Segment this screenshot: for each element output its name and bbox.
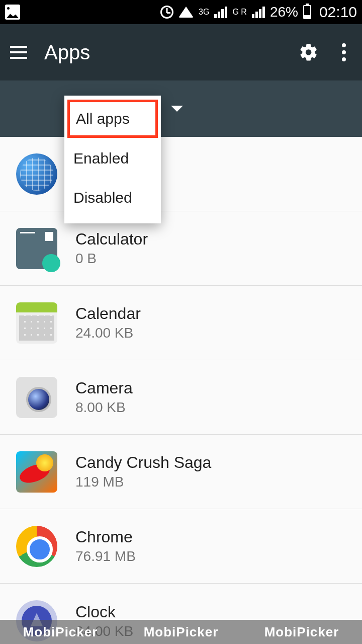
network1-label: 3G [199,8,209,17]
list-item[interactable]: Calculator 0 B [0,211,362,286]
watermark-text: MobiPicker [264,624,339,640]
image-notification-icon [5,5,20,20]
battery-percent: 26% [270,4,298,20]
app-size: 119 MB [75,474,211,490]
list-item[interactable]: Calendar 24.00 KB [0,286,362,360]
app-size: 8.00 KB [75,399,133,416]
app-list: Browser Calculator 0 B Calendar 24.00 KB… [0,137,362,644]
list-item[interactable]: Candy Crush Saga 119 MB [0,435,362,509]
wifi-icon [178,7,194,18]
alarm-icon [160,6,173,19]
settings-gear-icon[interactable] [299,42,319,62]
candy-crush-app-icon [16,451,57,493]
page-title: Apps [44,41,282,64]
status-bar: 3G G R 26% 02:10 [0,0,362,24]
app-name: Calendar [75,304,141,323]
watermark: MobiPicker MobiPicker MobiPicker [0,620,362,644]
browser-app-icon [16,153,57,195]
app-name: Camera [75,379,133,397]
app-name: Chrome [75,528,136,546]
filter-option-all[interactable]: All apps [67,100,158,138]
signal-bars-1-icon [214,7,227,18]
network2-label: G R [232,8,246,17]
app-name: Calculator [75,230,148,249]
list-item[interactable]: Camera 8.00 KB [0,360,362,435]
filter-option-disabled[interactable]: Disabled [64,178,161,217]
watermark-text: MobiPicker [144,624,219,640]
filter-option-enabled[interactable]: Enabled [64,139,161,178]
app-name: Clock [75,603,133,621]
chrome-app-icon [16,526,57,567]
list-item[interactable]: Chrome 76.91 MB [0,509,362,584]
app-name: Candy Crush Saga [75,453,211,472]
hamburger-menu-icon[interactable] [10,46,27,59]
app-toolbar: Apps [0,24,362,80]
app-size: 0 B [75,251,148,267]
chevron-down-icon [171,106,183,112]
filter-bar[interactable] [0,80,362,137]
list-item[interactable]: Browser [0,137,362,211]
app-size: 76.91 MB [75,548,136,565]
clock-time: 02:10 [319,4,357,21]
app-size: 24.00 KB [75,325,141,341]
filter-dropdown: All apps Enabled Disabled [64,96,161,223]
camera-app-icon [16,377,57,418]
calendar-app-icon [16,302,57,344]
battery-icon [303,5,311,19]
overflow-menu-icon[interactable] [336,43,352,61]
watermark-text: MobiPicker [23,624,98,640]
calculator-app-icon [16,228,57,269]
signal-bars-2-icon [252,7,265,18]
